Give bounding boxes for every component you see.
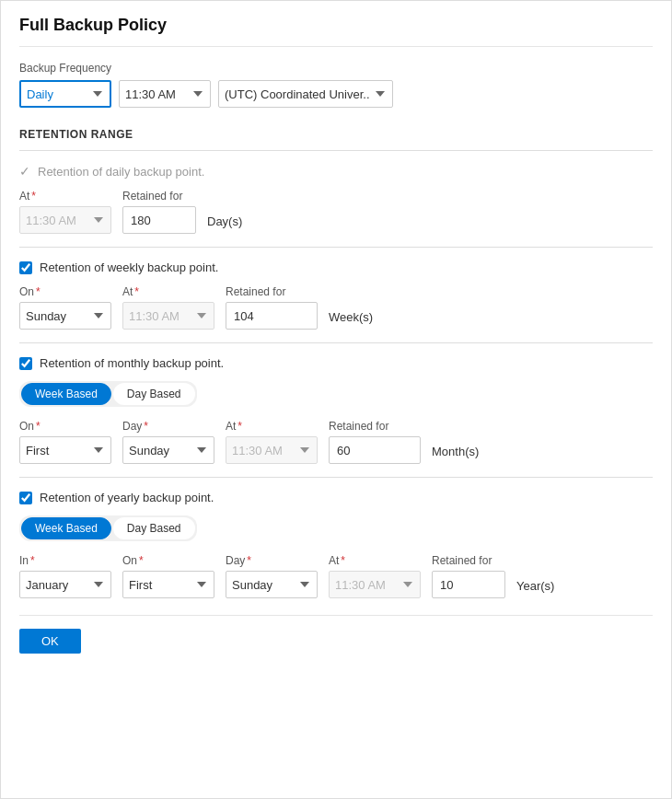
yearly-retained-label: Retained for	[432, 554, 505, 567]
yearly-on-required: *	[139, 554, 144, 567]
yearly-day-required: *	[247, 554, 251, 567]
yearly-fields-row: In * January February March April May Ju…	[19, 554, 653, 598]
daily-retention-block: ✓ Retention of daily backup point. At * …	[19, 150, 653, 247]
weekly-retained-input[interactable]	[226, 302, 318, 330]
yearly-checkbox[interactable]	[19, 492, 32, 504]
monthly-unit: Month(s)	[432, 445, 479, 464]
weekly-at-group: At * 11:30 AM	[122, 285, 214, 330]
daily-at-select[interactable]: 11:30 AM	[19, 206, 111, 234]
backup-frequency-label: Backup Frequency	[19, 62, 653, 75]
monthly-at-label: At *	[226, 420, 318, 433]
daily-unit: Day(s)	[207, 214, 242, 234]
yearly-day-group: Day * Sunday Monday Tuesday Wednesday Th…	[226, 554, 318, 598]
backup-frequency-row: Daily Weekly Monthly 11:30 AM 12:00 AM (…	[19, 80, 653, 108]
monthly-retention-label: Retention of monthly backup point.	[40, 356, 224, 370]
weekly-retention-block: Retention of weekly backup point. On * S…	[19, 247, 653, 342]
weekly-checkbox-row: Retention of weekly backup point.	[19, 261, 653, 274]
monthly-tab-group: Week Based Day Based	[19, 381, 197, 407]
weekly-fields-row: On * Sunday Monday Tuesday Wednesday Thu…	[19, 285, 653, 330]
yearly-retention-block: Retention of yearly backup point. Week B…	[19, 477, 653, 611]
monthly-fields-row: On * First Second Third Fourth Last Day …	[19, 420, 653, 464]
yearly-retained-input[interactable]	[432, 571, 505, 598]
daily-checkbox-row: ✓ Retention of daily backup point.	[19, 164, 653, 179]
page-container: Full Backup Policy Backup Frequency Dail…	[0, 0, 672, 799]
weekly-at-select[interactable]: 11:30 AM	[122, 302, 214, 330]
daily-at-required: *	[31, 190, 36, 203]
yearly-at-required: *	[341, 554, 345, 567]
page-title: Full Backup Policy	[19, 16, 653, 47]
monthly-retained-group: Retained for	[329, 420, 421, 464]
weekly-checkbox[interactable]	[19, 261, 32, 274]
monthly-at-group: At * 11:30 AM	[226, 420, 318, 464]
yearly-week-based-tab[interactable]: Week Based	[21, 517, 111, 539]
yearly-checkbox-row: Retention of yearly backup point.	[19, 491, 653, 504]
monthly-at-select[interactable]: 11:30 AM	[226, 436, 318, 464]
weekly-at-label: At *	[122, 285, 214, 298]
monthly-on-required: *	[36, 420, 41, 433]
yearly-in-required: *	[30, 554, 35, 567]
monthly-day-select[interactable]: Sunday Monday Tuesday Wednesday Thursday…	[122, 436, 214, 464]
daily-fields-row: At * 11:30 AM Retained for Day(s)	[19, 190, 653, 234]
yearly-in-select[interactable]: January February March April May June Ju…	[19, 571, 111, 598]
weekly-at-required: *	[134, 285, 139, 298]
yearly-tab-group: Week Based Day Based	[19, 515, 197, 541]
monthly-day-based-tab[interactable]: Day Based	[113, 383, 195, 405]
daily-retained-group: Retained for	[122, 190, 196, 234]
yearly-day-based-tab[interactable]: Day Based	[113, 517, 195, 539]
daily-retained-label: Retained for	[122, 190, 196, 203]
frequency-select[interactable]: Daily Weekly Monthly	[19, 80, 111, 108]
monthly-day-label: Day *	[122, 420, 214, 433]
weekly-on-group: On * Sunday Monday Tuesday Wednesday Thu…	[19, 285, 111, 330]
weekly-on-label: On *	[19, 285, 111, 298]
daily-retained-input[interactable]	[122, 206, 196, 234]
yearly-on-select[interactable]: First Second Third Fourth Last	[122, 571, 214, 598]
yearly-on-label: On *	[122, 554, 214, 567]
yearly-at-select[interactable]: 11:30 AM	[329, 571, 421, 598]
monthly-day-group: Day * Sunday Monday Tuesday Wednesday Th…	[122, 420, 214, 464]
monthly-on-select[interactable]: First Second Third Fourth Last	[19, 436, 111, 464]
ok-button[interactable]: OK	[19, 629, 81, 654]
daily-at-group: At * 11:30 AM	[19, 190, 111, 234]
retention-range-header: RETENTION RANGE	[19, 124, 653, 141]
weekly-retention-label: Retention of weekly backup point.	[40, 261, 218, 274]
footer-section: OK	[19, 615, 653, 654]
timezone-select[interactable]: (UTC) Coordinated Univer... (UTC-05:00) …	[218, 80, 393, 108]
weekly-unit: Week(s)	[329, 310, 373, 330]
weekly-on-required: *	[36, 285, 41, 298]
yearly-on-group: On * First Second Third Fourth Last	[122, 554, 214, 598]
yearly-unit: Year(s)	[516, 579, 554, 598]
monthly-at-required: *	[238, 420, 242, 433]
monthly-retention-block: Retention of monthly backup point. Week …	[19, 342, 653, 477]
daily-at-label: At *	[19, 190, 111, 203]
daily-retention-label: Retention of daily backup point.	[38, 165, 204, 179]
yearly-in-group: In * January February March April May Ju…	[19, 554, 111, 598]
monthly-retained-input[interactable]	[329, 436, 421, 464]
daily-checkmark-icon: ✓	[19, 164, 30, 179]
yearly-at-label: At *	[329, 554, 421, 567]
weekly-retained-group: Retained for	[226, 285, 318, 330]
yearly-at-group: At * 11:30 AM	[329, 554, 421, 598]
monthly-day-required: *	[144, 420, 148, 433]
yearly-day-select[interactable]: Sunday Monday Tuesday Wednesday Thursday…	[226, 571, 318, 598]
weekly-retained-label: Retained for	[226, 285, 318, 298]
yearly-retention-label: Retention of yearly backup point.	[40, 491, 214, 504]
monthly-checkbox[interactable]	[19, 357, 32, 370]
yearly-retained-group: Retained for	[432, 554, 505, 598]
yearly-day-label: Day *	[226, 554, 318, 567]
weekly-on-select[interactable]: Sunday Monday Tuesday Wednesday Thursday…	[19, 302, 111, 330]
monthly-on-group: On * First Second Third Fourth Last	[19, 420, 111, 464]
frequency-time-select[interactable]: 11:30 AM 12:00 AM	[119, 80, 211, 108]
monthly-week-based-tab[interactable]: Week Based	[21, 383, 111, 405]
monthly-retained-label: Retained for	[329, 420, 421, 433]
yearly-in-label: In *	[19, 554, 111, 567]
monthly-on-label: On *	[19, 420, 111, 433]
monthly-checkbox-row: Retention of monthly backup point.	[19, 356, 653, 370]
